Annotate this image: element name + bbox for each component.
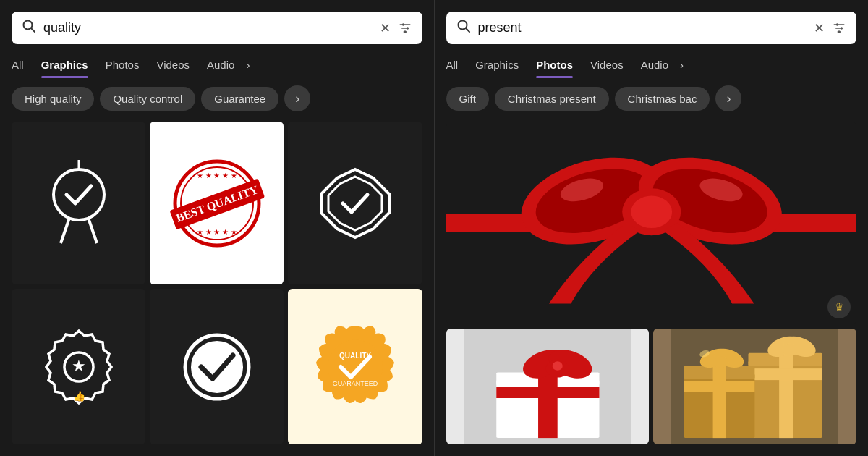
quality-image-1[interactable]	[12, 122, 145, 284]
gold-gifts-image[interactable]	[653, 329, 856, 444]
quality-image-4[interactable]: ★ 👍	[12, 289, 145, 444]
crown-icon: ♛	[835, 301, 844, 313]
svg-line-9	[61, 218, 69, 243]
tab-left-audio[interactable]: Audio	[198, 54, 243, 75]
svg-text:GUARANTEED: GUARANTEED	[333, 380, 378, 387]
tab-left-videos[interactable]: Videos	[148, 54, 198, 75]
svg-point-5	[401, 23, 404, 25]
search-icon-left	[22, 19, 36, 37]
svg-point-7	[404, 30, 406, 33]
svg-rect-55	[779, 353, 793, 438]
chip-quality-control[interactable]: Quality control	[100, 87, 195, 111]
white-gift-image[interactable]	[446, 329, 650, 444]
svg-line-10	[88, 218, 97, 243]
svg-text:★ ★ ★ ★ ★: ★ ★ ★ ★ ★	[197, 172, 237, 180]
left-clear-button[interactable]: ✕	[380, 20, 391, 36]
svg-line-1	[31, 28, 35, 32]
svg-rect-47	[496, 387, 599, 398]
svg-point-6	[406, 27, 408, 29]
svg-rect-63	[684, 381, 755, 392]
tab-left-graphics[interactable]: Graphics	[33, 54, 97, 75]
right-search-input[interactable]	[478, 20, 807, 35]
crown-badge: ♛	[827, 295, 851, 318]
search-icon-right	[456, 19, 471, 37]
left-search-input[interactable]	[43, 20, 373, 35]
svg-point-32	[838, 30, 840, 33]
right-search-bar: ✕	[446, 12, 857, 44]
left-tabs: All Graphics Photos Videos Audio ›	[12, 54, 422, 75]
left-filter-button[interactable]	[398, 21, 412, 35]
svg-rect-46	[538, 372, 558, 438]
svg-point-66	[715, 356, 729, 368]
left-image-grid: ★ ★ ★ ★ ★ ★ ★ ★ ★ ★ BEST QUALITY	[12, 122, 422, 444]
left-chips-more[interactable]: ›	[284, 85, 310, 111]
tab-left-all[interactable]: All	[12, 54, 33, 75]
left-panel: ✕ All Graphics Photos Videos Audio ›	[0, 0, 435, 456]
chip-christmas-back[interactable]: Christmas bac	[615, 87, 710, 111]
right-clear-button[interactable]: ✕	[814, 20, 825, 36]
left-search-bar: ✕	[12, 12, 422, 44]
tab-right-graphics[interactable]: Graphics	[467, 54, 527, 75]
bottom-images	[446, 329, 857, 444]
svg-text:★ ★ ★ ★ ★: ★ ★ ★ ★ ★	[197, 228, 237, 236]
svg-point-30	[836, 23, 838, 25]
svg-text:👍: 👍	[72, 390, 85, 402]
chip-guarantee[interactable]: Guarantee	[201, 87, 278, 111]
right-chips-more[interactable]: ›	[715, 85, 741, 111]
svg-line-26	[466, 28, 469, 32]
svg-rect-56	[749, 368, 822, 380]
chip-gift[interactable]: Gift	[446, 87, 489, 111]
svg-text:★: ★	[72, 357, 86, 375]
svg-point-31	[841, 27, 843, 29]
right-panel: ✕ All Graphics Photos Videos Audio ›	[435, 0, 869, 456]
right-tabs: All Graphics Photos Videos Audio ›	[446, 54, 857, 75]
left-tabs-more[interactable]: ›	[243, 54, 252, 75]
chip-high-quality[interactable]: High quality	[12, 87, 94, 111]
tab-right-audio[interactable]: Audio	[632, 54, 677, 75]
svg-point-51	[552, 361, 562, 370]
left-chips: High quality Quality control Guarantee ›	[12, 85, 422, 111]
quality-image-5[interactable]	[150, 289, 284, 444]
tab-right-photos[interactable]: Photos	[527, 54, 582, 75]
tab-left-photos[interactable]: Photos	[97, 54, 148, 75]
right-filter-button[interactable]	[832, 21, 846, 35]
svg-point-59	[783, 343, 798, 356]
svg-rect-62	[713, 366, 726, 439]
svg-point-40	[631, 196, 672, 229]
right-chips: Gift Christmas present Christmas bac ›	[446, 85, 857, 111]
right-tabs-more[interactable]: ›	[677, 54, 686, 75]
bow-image[interactable]: ♛	[446, 122, 857, 324]
quality-image-6[interactable]: QUALITY GUARANTEED	[288, 289, 422, 444]
chip-christmas-present[interactable]: Christmas present	[495, 87, 609, 111]
svg-point-8	[54, 169, 104, 220]
quality-image-2[interactable]: ★ ★ ★ ★ ★ ★ ★ ★ ★ ★ BEST QUALITY	[150, 122, 284, 284]
tab-right-all[interactable]: All	[446, 54, 467, 75]
tab-right-videos[interactable]: Videos	[582, 54, 632, 75]
quality-image-3[interactable]	[288, 122, 422, 284]
